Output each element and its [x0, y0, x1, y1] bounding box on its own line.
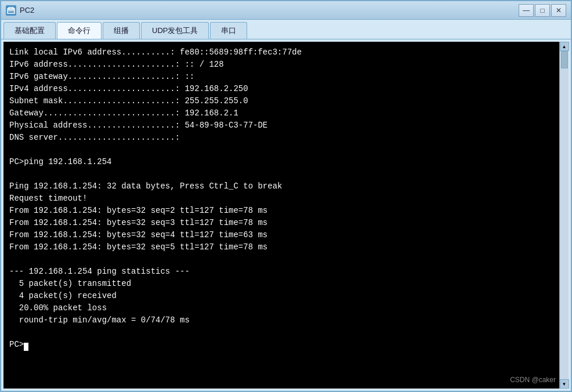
scroll-down-button[interactable]: ▼ [560, 379, 569, 389]
tab-udp-tool[interactable]: UDP发包工具 [141, 22, 209, 39]
close-button[interactable]: ✕ [551, 4, 566, 17]
window-icon [6, 5, 16, 16]
terminal-wrapper: Link local IPv6 address..........: fe80:… [3, 42, 569, 389]
main-window: PC2 — □ ✕ 基础配置 命令行 组播 UDP发包工具 串口 Link lo… [0, 0, 572, 392]
scrollbar[interactable]: ▲ ▼ [559, 42, 569, 389]
title-bar: PC2 — □ ✕ [1, 1, 571, 20]
terminal-cursor [24, 343, 28, 351]
tab-serial[interactable]: 串口 [210, 22, 247, 39]
main-content: Link local IPv6 address..........: fe80:… [1, 39, 571, 391]
maximize-button[interactable]: □ [535, 4, 550, 17]
tab-group[interactable]: 组播 [103, 22, 140, 39]
watermark: CSDN @caker [510, 376, 556, 384]
scroll-up-button[interactable]: ▲ [560, 42, 569, 51]
terminal-output[interactable]: Link local IPv6 address..........: fe80:… [3, 42, 559, 389]
tab-command-line[interactable]: 命令行 [57, 22, 102, 39]
tab-basic-config[interactable]: 基础配置 [3, 22, 56, 39]
tab-bar: 基础配置 命令行 组播 UDP发包工具 串口 [1, 20, 571, 39]
minimize-button[interactable]: — [519, 4, 534, 17]
scroll-track [560, 51, 569, 379]
scroll-thumb[interactable] [561, 51, 568, 68]
window-title: PC2 [20, 6, 519, 14]
window-controls: — □ ✕ [519, 4, 566, 17]
